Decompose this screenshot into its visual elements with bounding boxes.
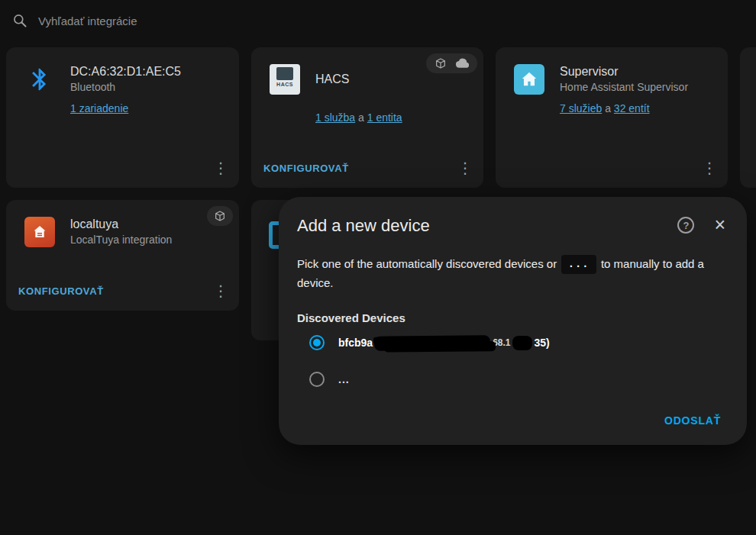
dialog-body-text: Pick one of the automatically discovered… <box>297 255 713 292</box>
card-subtitle: LocalTuya integration <box>70 234 172 246</box>
device-option-label: bfcb9a68.135) <box>338 336 550 350</box>
configure-button[interactable]: KONFIGUROVAŤ <box>257 156 355 180</box>
card-titles: DC:A6:32:D1:AE:C5 Bluetooth <box>70 64 181 93</box>
manual-option[interactable]: ... <box>297 361 729 398</box>
badge-group <box>207 206 233 226</box>
bluetooth-icon <box>24 64 55 95</box>
card-titles: localtuya LocalTuya integration <box>70 217 172 246</box>
card-header: Supervisor Home Assistant Supervisor <box>496 47 728 95</box>
card-header: localtuya LocalTuya integration <box>6 200 239 247</box>
more-menu-button[interactable]: ⋮ <box>694 153 725 183</box>
card-supervisor: Supervisor Home Assistant Supervisor 7 s… <box>496 47 728 188</box>
card-header: DC:A6:32:D1:AE:C5 Bluetooth <box>6 47 239 95</box>
device-label-suffix: 35) <box>534 337 549 349</box>
supervisor-icon <box>514 64 544 95</box>
card-partial-right <box>740 47 756 188</box>
hacs-icon: HACS <box>270 64 300 95</box>
card-subtitle: Bluetooth <box>70 81 181 93</box>
configure-button[interactable]: KONFIGUROVAŤ <box>12 279 110 303</box>
more-menu-button[interactable]: ⋮ <box>205 153 236 183</box>
package-icon <box>435 57 447 69</box>
card-title: HACS <box>315 72 349 87</box>
submit-button[interactable]: ODOSLAŤ <box>658 408 727 433</box>
radio-selected[interactable] <box>309 335 325 350</box>
radio-unselected[interactable] <box>309 372 325 387</box>
close-button[interactable]: × <box>700 215 729 234</box>
badge-group <box>426 53 477 73</box>
manual-option-label: ... <box>338 373 350 385</box>
card-footer: KONFIGUROVAŤ ⋮ <box>12 274 236 308</box>
hacs-logo-word: HACS <box>276 82 293 87</box>
card-title: localtuya <box>70 217 172 232</box>
localtuya-icon <box>24 217 55 247</box>
entities-link[interactable]: 1 entita <box>367 111 402 124</box>
hacs-logo-head <box>276 67 293 80</box>
more-menu-button[interactable]: ⋮ <box>450 153 480 183</box>
search-bar <box>0 0 756 41</box>
more-menu-button[interactable]: ⋮ <box>205 276 236 306</box>
card-titles: Supervisor Home Assistant Supervisor <box>560 64 688 93</box>
device-label-prefix: bfcb9a <box>338 337 373 349</box>
card-footer: ⋮ <box>502 151 725 185</box>
help-button[interactable]: ? <box>677 215 694 234</box>
links-connector: a <box>358 111 367 124</box>
device-option[interactable]: bfcb9a68.135) <box>297 324 729 361</box>
services-link[interactable]: 7 služieb <box>560 102 602 114</box>
devices-link[interactable]: 1 zariadenie <box>70 102 128 114</box>
card-localtuya: localtuya LocalTuya integration KONFIGUR… <box>6 200 239 311</box>
links-connector: a <box>605 102 614 114</box>
card-titles: HACS <box>315 64 349 87</box>
card-footer: ⋮ <box>12 151 236 185</box>
card-title: Supervisor <box>560 64 688 79</box>
ellipsis-chip: ... <box>561 255 596 274</box>
entity-links: 7 služieb a 32 entít <box>560 102 728 114</box>
redaction-mark <box>374 335 490 351</box>
close-icon: × <box>714 214 725 235</box>
search-input[interactable] <box>38 15 744 27</box>
card-bluetooth: DC:A6:32:D1:AE:C5 Bluetooth 1 zariadenie… <box>6 47 239 188</box>
add-device-dialog: Add a new device ? × Pick one of the aut… <box>279 197 747 445</box>
body-text-before: Pick one of the automatically discovered… <box>297 257 557 270</box>
card-subtitle: Home Assistant Supervisor <box>560 81 688 93</box>
package-icon <box>214 210 226 222</box>
services-link[interactable]: 1 služba <box>315 111 355 124</box>
dialog-title: Add a new device <box>297 215 671 237</box>
entity-links: 1 služba a 1 entita <box>315 111 483 124</box>
entity-links: 1 zariadenie <box>70 102 239 114</box>
discovered-devices-heading: Discovered Devices <box>297 311 729 324</box>
card-footer: KONFIGUROVAŤ ⋮ <box>257 151 480 185</box>
help-icon: ? <box>677 217 694 234</box>
device-label-mid: 68.1 <box>493 337 510 348</box>
cloud-icon <box>455 58 469 69</box>
card-title: DC:A6:32:D1:AE:C5 <box>70 64 181 79</box>
search-icon <box>12 13 27 28</box>
redaction-mark <box>512 336 532 350</box>
dialog-header: Add a new device ? × <box>297 215 729 237</box>
entities-link[interactable]: 32 entít <box>614 102 650 114</box>
card-hacs: HACS HACS 1 služba a 1 entita KONFIGUROV… <box>251 47 483 188</box>
